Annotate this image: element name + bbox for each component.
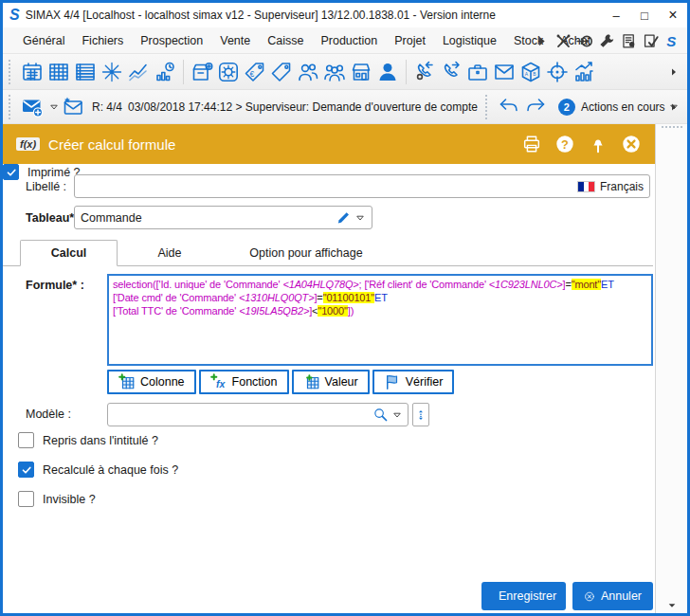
printer-icon[interactable]: [521, 134, 542, 154]
phone-in-button[interactable]: [411, 59, 438, 85]
menu-right-icons: S: [531, 27, 683, 54]
search-icon[interactable]: [372, 407, 389, 423]
group-icon: [323, 61, 346, 83]
target-button[interactable]: [544, 59, 571, 85]
pin-icon[interactable]: [588, 134, 608, 154]
stats-button[interactable]: [152, 59, 178, 85]
gear-square-button[interactable]: [215, 59, 242, 85]
sidebar-more-icon[interactable]: [666, 601, 678, 610]
menu-logistique[interactable]: Logistique: [434, 34, 505, 47]
verifier-button[interactable]: Vérifier: [372, 370, 455, 394]
toolbar-overflow-icon[interactable]: [668, 101, 680, 113]
mail-star-button[interactable]: [60, 94, 86, 120]
redo-button[interactable]: [522, 94, 549, 120]
right-sidebar: [655, 124, 687, 613]
menu-bar: GénéralFichiersProspectionVenteCaissePro…: [3, 27, 687, 54]
briefcase-button[interactable]: [464, 59, 491, 85]
burst-button[interactable]: [99, 59, 125, 85]
tableau-select[interactable]: Commande: [74, 206, 372, 229]
tab-aide[interactable]: Aide: [118, 240, 222, 266]
app-window: S SIMAX 4/4 [Localhost - localhost simax…: [0, 0, 690, 616]
calendar-button[interactable]: [19, 59, 45, 85]
formula-line: selection(['Id. unique' de 'Commande' <1…: [113, 278, 647, 291]
simax-logo[interactable]: S: [663, 32, 681, 50]
tab-option-pour-affichage[interactable]: Option pour affichage: [222, 240, 390, 266]
wrench-icon[interactable]: [598, 32, 616, 50]
toolbar-overflow-icon[interactable]: [668, 66, 680, 78]
sidebar-grip[interactable]: [662, 126, 682, 128]
chart-line-button[interactable]: [125, 59, 152, 85]
tag-icon: [270, 61, 293, 83]
menu-vente[interactable]: Vente: [211, 34, 259, 47]
checkbox[interactable]: [18, 462, 34, 478]
svg-text:A: A: [525, 71, 529, 77]
formula-line: ['Total TTC' de 'Commande' <19I5LA5QB2>]…: [113, 304, 647, 317]
read-counter: R: 4/4: [92, 100, 122, 114]
formula-buttons: ColonnefxFonctionValeurVérifier: [107, 370, 454, 394]
tag-button[interactable]: [268, 59, 295, 85]
submenu-arrow-icon[interactable]: [533, 32, 551, 50]
modele-input[interactable]: [107, 403, 409, 426]
planning-grid-button[interactable]: [45, 59, 72, 85]
validate-doc-icon[interactable]: [642, 32, 660, 50]
toolbar-grip[interactable]: [9, 60, 14, 84]
mail-button[interactable]: [491, 59, 518, 85]
archive-box-button[interactable]: [189, 59, 215, 85]
cancel-button[interactable]: Annuler: [572, 582, 653, 610]
maximize-button[interactable]: □: [630, 4, 659, 27]
minimize-button[interactable]: –: [602, 4, 630, 27]
chevron-down-icon[interactable]: [48, 101, 60, 113]
cancel-circle-icon: [584, 589, 595, 605]
menu-projet[interactable]: Projet: [386, 34, 434, 47]
checkbox[interactable]: [3, 164, 19, 180]
formula-line: ['Date cmd' de 'Commande' <1310HLQ0QT>]=…: [113, 291, 647, 304]
fonction-button[interactable]: fxFonction: [199, 370, 289, 394]
list-view-button[interactable]: [72, 59, 99, 85]
libelle-input[interactable]: Français: [74, 174, 650, 198]
svg-text:S: S: [666, 33, 676, 49]
menu-fichiers[interactable]: Fichiers: [73, 34, 132, 47]
tab-calcul[interactable]: Calcul: [20, 240, 118, 266]
menu-general[interactable]: Général: [14, 34, 73, 47]
checkbox[interactable]: [18, 432, 34, 448]
close-circle-icon[interactable]: [621, 134, 642, 154]
undo-button[interactable]: [496, 94, 522, 120]
toolbar-grip: [485, 95, 491, 119]
chevron-down-icon[interactable]: [391, 409, 403, 421]
tools-icon[interactable]: [554, 32, 572, 50]
group-button[interactable]: [321, 59, 348, 85]
chart-bars-button[interactable]: [571, 59, 597, 85]
store-button[interactable]: [348, 59, 374, 85]
login-icon[interactable]: [576, 32, 594, 50]
new-mail-button[interactable]: [19, 94, 45, 120]
colonne-button[interactable]: Colonne: [107, 370, 196, 394]
phone-out-button[interactable]: [438, 59, 464, 85]
checkbox[interactable]: [18, 491, 34, 507]
form-area: Libellé : Français Tableau* : Commande C…: [3, 164, 655, 613]
cube-button[interactable]: AB: [518, 59, 544, 85]
valeur-button[interactable]: Valeur: [292, 370, 370, 394]
language-label: Français: [600, 180, 644, 193]
help-icon[interactable]: ?: [554, 134, 575, 154]
settings-doc-icon[interactable]: [620, 32, 638, 50]
clients-button[interactable]: [295, 59, 321, 85]
menu-production[interactable]: Production: [312, 34, 386, 47]
chevron-down-icon[interactable]: [354, 212, 366, 224]
contact-button[interactable]: [374, 59, 401, 85]
actions-menu[interactable]: Actions en cours: [581, 100, 665, 114]
menu-prospection[interactable]: Prospection: [132, 34, 211, 47]
libelle-label: Libellé :: [26, 180, 66, 193]
simax-logo-icon: S: [9, 7, 20, 24]
svg-text:€: €: [250, 68, 255, 78]
close-button[interactable]: ×: [659, 4, 687, 27]
formula-editor[interactable]: selection(['Id. unique' de 'Commande' <1…: [107, 274, 653, 366]
save-button[interactable]: Enregistrer: [481, 582, 566, 610]
checkbox-label: Repris dans l'intitulé ?: [43, 434, 158, 447]
menu-caisse[interactable]: Caisse: [259, 34, 312, 47]
planning-grid-icon: [47, 61, 70, 83]
toolbar-grip[interactable]: [9, 95, 14, 119]
tag-euro-button[interactable]: €: [242, 59, 268, 85]
edit-pencil-icon[interactable]: [336, 209, 352, 226]
modele-spinner-button[interactable]: [412, 403, 429, 426]
checkbox-row: Recalculé à chaque fois ?: [18, 462, 178, 478]
